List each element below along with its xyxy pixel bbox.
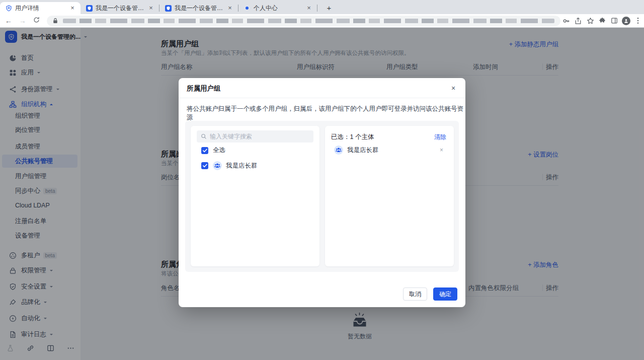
- transfer-container: 全选 我是店长群 已选：1 个主体 清除 我是店长: [185, 121, 459, 272]
- source-panel: 全选 我是店长群: [191, 126, 319, 266]
- profile-avatar[interactable]: [620, 17, 632, 25]
- tab-close-icon[interactable]: ×: [147, 4, 155, 12]
- search-icon: [201, 133, 207, 139]
- tab-close-icon[interactable]: ×: [68, 4, 76, 12]
- url-redacted: [63, 19, 554, 23]
- search-input[interactable]: [210, 133, 305, 140]
- user-group-avatar: [334, 146, 343, 155]
- tab-personal-center[interactable]: 个人中心 ×: [238, 2, 317, 14]
- shield-outline-favicon: [5, 5, 12, 12]
- extensions-puzzle-icon[interactable]: [596, 17, 608, 24]
- tab-close-icon[interactable]: ×: [226, 4, 234, 12]
- new-tab-button[interactable]: +: [324, 4, 335, 12]
- group-option-label: 我是店长群: [226, 162, 258, 170]
- browser-menu-icon[interactable]: [632, 17, 644, 24]
- page-viewport: 我是一个设备管理的... 首页 应用 身份源管理 组织机构 组织管理 岗位管理 …: [0, 28, 644, 360]
- clear-selection-link[interactable]: 清除: [434, 133, 446, 141]
- tab-title: 我是一个设备管理的用户池: [175, 4, 223, 13]
- password-key-icon[interactable]: [560, 17, 573, 25]
- remove-icon[interactable]: ×: [440, 147, 443, 154]
- modal-description: 将公共账户归属于一个或多个用户组，归属后，该用户组下的个人用户即可登录并访问该公…: [187, 105, 465, 122]
- modal-title: 所属用户组: [187, 84, 221, 93]
- tab-close-icon[interactable]: ×: [305, 4, 313, 12]
- selected-item-row: 我是店长群 ×: [334, 146, 445, 155]
- user-group-avatar: [213, 161, 222, 170]
- tab-strip: 用户详情 × 我是一个设备管理的用户池 × 我是一个设备管理的用户池 × 个人中…: [0, 0, 644, 14]
- search-box[interactable]: [197, 130, 313, 142]
- checkbox-checked[interactable]: [201, 147, 208, 154]
- lock-icon: [53, 18, 58, 24]
- side-panel-icon[interactable]: [608, 17, 620, 24]
- close-icon[interactable]: ×: [448, 83, 458, 93]
- address-bar[interactable]: [47, 16, 560, 26]
- tab-title: 个人中心: [254, 4, 302, 13]
- select-all-row[interactable]: 全选: [201, 146, 225, 155]
- selected-count: 已选：1 个主体: [331, 133, 374, 141]
- select-all-label: 全选: [213, 146, 225, 155]
- shield-solid-favicon: [165, 5, 172, 12]
- bookmark-star-icon[interactable]: [584, 17, 596, 25]
- tab-separator: [317, 5, 317, 12]
- tab-title: 用户详情: [15, 4, 65, 13]
- group-option-row[interactable]: 我是店长群: [201, 161, 258, 170]
- checkbox-checked[interactable]: [201, 162, 208, 169]
- selected-item-label: 我是店长群: [347, 146, 379, 155]
- selected-panel: 已选：1 个主体 清除 我是店长群 ×: [325, 126, 454, 266]
- tab-user-pool-1[interactable]: 我是一个设备管理的用户池 ×: [80, 2, 159, 14]
- user-group-modal: 所属用户组 × 将公共账户归属于一个或多个用户组，归属后，该用户组下的个人用户即…: [179, 78, 465, 307]
- shield-solid-favicon: [86, 5, 93, 12]
- back-icon[interactable]: ←: [3, 17, 14, 25]
- tab-title: 我是一个设备管理的用户池: [96, 4, 144, 13]
- browser-toolbar: ← →: [0, 14, 644, 28]
- browser-chrome: 用户详情 × 我是一个设备管理的用户池 × 我是一个设备管理的用户池 × 个人中…: [0, 0, 644, 28]
- cancel-button[interactable]: 取消: [403, 287, 427, 301]
- share-icon[interactable]: [573, 17, 585, 25]
- confirm-button[interactable]: 确定: [433, 287, 457, 301]
- modal-footer: 取消 确定: [403, 287, 457, 301]
- dot-favicon: [244, 5, 251, 12]
- reload-icon[interactable]: [31, 17, 42, 25]
- tab-user-pool-2[interactable]: 我是一个设备管理的用户池 ×: [159, 2, 238, 14]
- tab-user-detail[interactable]: 用户详情 ×: [0, 2, 80, 14]
- forward-icon[interactable]: →: [17, 17, 28, 25]
- modal-header: 所属用户组 ×: [179, 78, 465, 98]
